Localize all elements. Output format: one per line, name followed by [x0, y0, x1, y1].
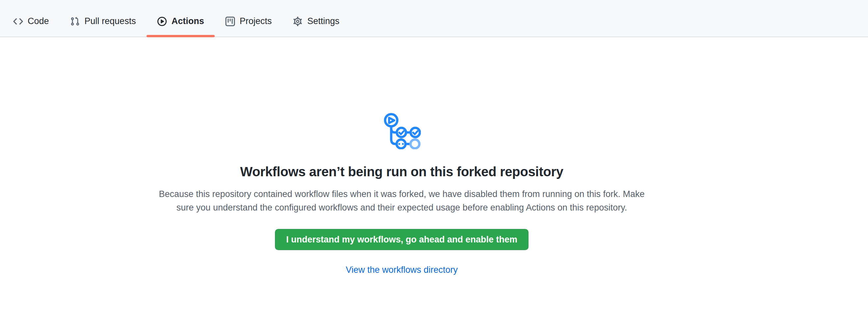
- tab-actions[interactable]: Actions: [147, 6, 215, 37]
- tab-projects[interactable]: Projects: [215, 6, 282, 37]
- repo-tab-nav: Code Pull requests Actions: [0, 0, 868, 37]
- description-line: sure you understand the configured workf…: [159, 201, 644, 215]
- tab-label: Code: [28, 17, 49, 26]
- description: Because this repository contained workfl…: [159, 187, 644, 215]
- tab-label: Pull requests: [85, 17, 136, 26]
- enable-workflows-button[interactable]: I understand my workflows, go ahead and …: [275, 229, 528, 250]
- tab-label: Projects: [240, 17, 272, 26]
- tab-label: Actions: [172, 17, 204, 26]
- tab-label: Settings: [307, 17, 340, 26]
- workflow-graph-icon: [383, 111, 421, 149]
- code-icon: [13, 17, 23, 26]
- tab-pull-requests[interactable]: Pull requests: [60, 6, 147, 37]
- page-title: Workflows aren’t being run on this forke…: [240, 164, 563, 180]
- workflows-directory-link[interactable]: View the workflows directory: [346, 263, 458, 277]
- tab-settings[interactable]: Settings: [282, 6, 350, 37]
- play-icon: [157, 17, 167, 26]
- gear-icon: [293, 17, 303, 26]
- tab-code[interactable]: Code: [3, 6, 60, 37]
- project-icon: [225, 17, 235, 26]
- git-pull-request-icon: [70, 17, 80, 26]
- description-line: Because this repository contained workfl…: [159, 187, 644, 201]
- actions-disabled-blankslate: Workflows aren’t being run on this forke…: [0, 37, 803, 277]
